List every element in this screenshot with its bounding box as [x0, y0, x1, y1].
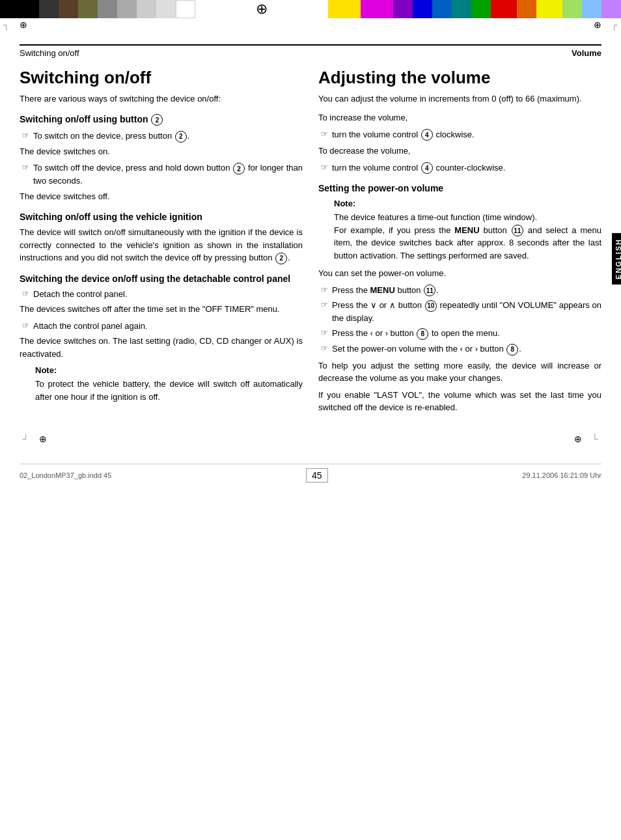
sub3-item1-text: Detach the control panel.: [33, 288, 303, 301]
cb-swatch-gray2: [117, 0, 137, 18]
bullet-icon-10: ☞: [321, 344, 328, 353]
cb-swatch-lt-blue: [582, 0, 601, 18]
page-footer: 02_LondonMP37_gb.indd 45 45 29.11.2006 1…: [20, 464, 601, 483]
sub1-item2: ☞ To switch off the device, press and ho…: [22, 161, 303, 187]
footer-right: 29.11.2006 16:21:09 Uhr: [522, 471, 601, 479]
power-on-after: You can set the power-on volume.: [318, 267, 601, 280]
sub3-item2-text: Attach the control panel again.: [33, 320, 303, 333]
cb-swatch-gray1: [98, 0, 117, 18]
cb-swatch-dark: [39, 0, 59, 18]
power-item4-text: Set the power-on volume with the ‹ or › …: [332, 343, 601, 356]
cb-swatch-purple: [393, 0, 413, 18]
corner-mark-tl: ┐: [3, 20, 10, 30]
button-10: 10: [425, 300, 437, 312]
button-2a: 2: [175, 131, 187, 143]
power-item3: ☞ Press the ‹ or › button 8 to open the …: [321, 327, 601, 340]
button-11a: 11: [512, 225, 523, 236]
increase-item: ☞ turn the volume control 4 clockwise.: [321, 128, 601, 141]
power-on-vol-heading: Setting the power-on volume: [318, 183, 601, 193]
note-title-2: Note:: [334, 199, 601, 208]
cb-swatch-orange: [517, 0, 536, 18]
reg-mark-bl: ⊕: [39, 434, 47, 444]
english-label: ENGLISH: [612, 233, 621, 285]
cb-swatch-green: [471, 0, 491, 18]
sub3-item2: ☞ Attach the control panel again.: [22, 320, 303, 333]
power-item3-text: Press the ‹ or › button 8 to open the me…: [332, 327, 601, 340]
footer-left: 02_LondonMP37_gb.indd 45: [20, 471, 111, 479]
bullet-icon-7: ☞: [321, 285, 328, 294]
sub3-item1: ☞ Detach the control panel.: [22, 288, 303, 301]
bullet-icon-5: ☞: [321, 130, 328, 139]
corner-mark-bl: ┘: [23, 434, 29, 444]
sub1-heading-text: Switching on/off using button: [20, 114, 148, 124]
cb-swatch-yellow: [328, 0, 361, 18]
bullet-icon-1: ☞: [22, 131, 29, 140]
sub3-note: Note: To protect the vehicle battery, th…: [35, 365, 303, 403]
right-column: Adjusting the volume You can adjust the …: [318, 68, 601, 418]
reg-mark-right: ⊕: [594, 20, 601, 30]
cb-swatch-white: [176, 0, 195, 18]
volume-intro: You can adjust the volume in increments …: [318, 92, 601, 105]
power-item4: ☞ Set the power-on volume with the ‹ or …: [321, 343, 601, 356]
page-number: 45: [306, 468, 328, 483]
sub1-item2-text: To switch off the device, press and hold…: [33, 161, 303, 187]
bullet-icon-3: ☞: [22, 289, 29, 298]
sub3-after1: The devices switches off after the time …: [20, 303, 303, 316]
switching-intro: There are various ways of switching the …: [20, 92, 303, 105]
power-after3: If you enable "LAST VOL", the volume whi…: [318, 389, 601, 414]
button-8a: 8: [417, 328, 428, 340]
to-increase-label: To increase the volume,: [318, 111, 601, 124]
decrease-item: ☞ turn the volume control 4 counter-cloc…: [321, 161, 601, 175]
to-decrease-label: To decrease the volume,: [318, 145, 601, 158]
note-title-1: Note:: [35, 365, 303, 375]
sub1-button-circle: 2: [151, 114, 163, 126]
sub1-item1: ☞ To switch on the device, press button …: [22, 130, 303, 143]
button-2c: 2: [275, 253, 287, 264]
header-left: Switching on/off: [20, 48, 79, 58]
cb-swatch-blue2: [432, 0, 452, 18]
cb-swatch-lt-green: [562, 0, 582, 18]
switching-title: Switching on/off: [20, 68, 303, 87]
button-4b: 4: [421, 162, 433, 174]
english-sidebar: ENGLISH: [612, 233, 621, 285]
sub2-text: The device will switch on/off simultaneo…: [20, 226, 303, 264]
cb-swatch-red: [491, 0, 517, 18]
button-11b: 11: [424, 285, 435, 296]
bullet-icon-2: ☞: [22, 163, 29, 172]
corner-mark-tr: ┌: [611, 20, 618, 30]
button-4a: 4: [421, 129, 433, 141]
color-bar: ⊕: [0, 0, 621, 18]
bullet-icon-6: ☞: [321, 163, 328, 172]
reg-mark-br: ⊕: [574, 434, 582, 444]
sub3-heading: Switching the device on/off using the de…: [20, 273, 303, 284]
bullet-icon-4: ☞: [22, 321, 29, 330]
button-2b: 2: [233, 163, 245, 175]
cb-swatch-magenta: [361, 0, 393, 18]
decrease-item-text: turn the volume control 4 counter-clockw…: [332, 161, 601, 175]
sub3-after2: The device switches on. The last setting…: [20, 335, 303, 360]
volume-title: Adjusting the volume: [318, 68, 601, 87]
header-right: Volume: [572, 48, 601, 58]
button-8b: 8: [506, 344, 518, 356]
left-column: Switching on/off There are various ways …: [20, 68, 303, 418]
reg-mark-left: ⊕: [20, 20, 27, 30]
sub1-heading: Switching on/off using button 2: [20, 114, 303, 126]
cb-swatch-blue1: [413, 0, 432, 18]
crosshair-icon: ⊕: [256, 1, 268, 18]
cb-center-crosshair: ⊕: [195, 0, 328, 18]
cb-swatch-gray3: [137, 0, 156, 18]
page-header-rule: Switching on/off Volume: [20, 44, 601, 58]
sub1-after2: The device switches off.: [20, 190, 303, 203]
cb-swatch-black: [0, 0, 39, 18]
note-text-2: The device features a time-out function …: [334, 211, 601, 262]
bullet-icon-9: ☞: [321, 328, 328, 337]
sub1-item1-text: To switch on the device, press button 2.: [33, 130, 303, 143]
power-on-note: Note: The device features a time-out fun…: [334, 199, 601, 262]
cb-swatch-olive: [78, 0, 98, 18]
power-item1: ☞ Press the MENU button 11.: [321, 284, 601, 297]
power-item2-text: Press the ∨ or ∧ button 10 repeatedly un…: [332, 299, 601, 324]
power-item1-text: Press the MENU button 11.: [332, 284, 601, 297]
two-column-layout: Switching on/off There are various ways …: [20, 68, 601, 418]
sub2-heading: Switching on/off using the vehicle ignit…: [20, 212, 303, 222]
corner-mark-br: └: [592, 434, 598, 444]
